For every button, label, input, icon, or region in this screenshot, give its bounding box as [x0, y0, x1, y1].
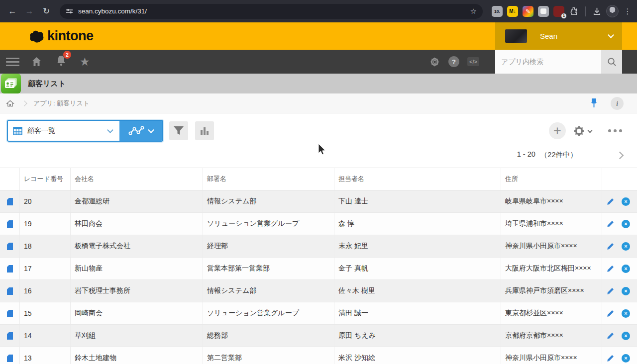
cell-record-no[interactable]: 13	[20, 347, 71, 364]
download-icon[interactable]	[592, 6, 602, 16]
header-record-no[interactable]: レコード番号	[20, 168, 71, 190]
code-icon[interactable]: </>	[467, 57, 479, 66]
chart-button[interactable]	[195, 121, 214, 140]
browser-back-button[interactable]: ←	[5, 4, 20, 19]
next-page-button[interactable]	[614, 149, 626, 161]
cell-record-no[interactable]: 17	[20, 258, 71, 279]
table-row[interactable]: 20 金都運総研 情報システム部 下山 達士 岐阜県岐阜市×××× ×	[0, 190, 637, 213]
pin-button[interactable]	[590, 98, 598, 110]
cell-department: 営業本部第一営業部	[203, 258, 334, 279]
notifications-button[interactable]: 2	[56, 55, 67, 69]
line-chart-icon	[128, 125, 144, 136]
settings-gear-icon[interactable]	[429, 56, 440, 68]
table-row[interactable]: 18 板橋電子株式会社 経理部 末永 妃里 神奈川県小田原市×××× ×	[0, 235, 637, 258]
edit-pencil-icon[interactable]	[606, 197, 615, 206]
hamburger-menu-icon[interactable]	[6, 58, 19, 66]
url-text[interactable]: sean.cybozu.com/k/31/	[78, 7, 147, 15]
table-body: 20 金都運総研 情報システム部 下山 達士 岐阜県岐阜市×××× × 19 林…	[0, 190, 637, 364]
extension-pencil-icon[interactable]: ✎	[523, 6, 533, 17]
table-row[interactable]: 13 鈴木土地建物 第二営業部 米沢 沙知絵 神奈川県小田原市×××× ×	[0, 347, 637, 364]
app-title: 顧客リスト	[28, 79, 66, 89]
table-row[interactable]: 16 岩下税理士事務所 情報システム部 佐々木 樹里 兵庫県神戸市須磨区××××…	[0, 280, 637, 302]
add-record-button[interactable]: +	[549, 122, 566, 139]
header-address[interactable]: 住所	[501, 168, 602, 190]
header-person[interactable]: 担当者名	[334, 168, 501, 190]
kintone-logo-text: kintone	[47, 28, 94, 44]
breadcrumb-home-icon[interactable]	[6, 99, 14, 107]
more-options-button[interactable]	[608, 129, 622, 132]
cell-record-no[interactable]: 16	[20, 280, 71, 302]
view-chevron-down-icon	[107, 127, 113, 133]
header-company[interactable]: 会社名	[71, 168, 203, 190]
delete-icon[interactable]: ×	[622, 220, 630, 228]
record-icon-cell[interactable]	[0, 347, 20, 364]
cell-person: 森 惇	[334, 213, 501, 235]
cell-record-no[interactable]: 19	[20, 213, 71, 235]
delete-icon[interactable]: ×	[622, 197, 630, 206]
edit-pencil-icon[interactable]	[606, 287, 615, 295]
app-settings-button[interactable]	[573, 125, 592, 137]
table-row[interactable]: 15 岡崎商会 ソリューション営業グループ 清田 誠一 東京都杉並区×××× ×	[0, 302, 637, 325]
info-button[interactable]: i	[611, 97, 624, 110]
help-icon[interactable]: ?	[448, 56, 459, 67]
kintone-logo-icon	[29, 29, 45, 43]
record-icon-cell[interactable]	[0, 302, 20, 324]
edit-pencil-icon[interactable]	[606, 332, 615, 340]
header-department[interactable]: 部署名	[203, 168, 334, 190]
breadcrumb-app-label[interactable]: アプリ: 顧客リスト	[33, 99, 90, 108]
favorites-star-icon[interactable]: ★	[80, 56, 90, 68]
delete-icon[interactable]: ×	[622, 287, 630, 295]
filter-button[interactable]	[169, 121, 188, 140]
delete-icon[interactable]: ×	[622, 309, 630, 318]
record-icon-cell[interactable]	[0, 280, 20, 302]
app-search-input[interactable]	[495, 50, 601, 74]
bookmark-star-icon[interactable]: ☆	[470, 7, 477, 16]
cell-record-no[interactable]: 18	[20, 235, 71, 257]
view-dropdown[interactable]: 顧客一覧	[8, 121, 119, 141]
edit-pencil-icon[interactable]	[606, 265, 615, 273]
delete-icon[interactable]: ×	[622, 265, 630, 273]
extension-markdown-icon[interactable]: M↓	[507, 6, 518, 17]
edit-pencil-icon[interactable]	[606, 220, 615, 228]
cell-record-no[interactable]: 20	[20, 190, 71, 212]
cell-record-no[interactable]: 14	[20, 325, 71, 347]
cell-company: 岡崎商会	[71, 302, 203, 324]
delete-icon[interactable]: ×	[622, 354, 630, 363]
kintone-logo[interactable]: kintone	[29, 28, 94, 44]
edit-pencil-icon[interactable]	[606, 354, 615, 363]
record-icon-cell[interactable]	[0, 190, 20, 212]
address-bar[interactable]: sean.cybozu.com/k/31/ ☆	[60, 4, 483, 19]
cell-address: 東京都杉並区××××	[501, 302, 602, 324]
cell-actions: ×	[602, 258, 637, 279]
contact-card-icon	[4, 77, 18, 90]
record-icon-cell[interactable]	[0, 235, 20, 257]
app-icon[interactable]	[1, 74, 21, 93]
browser-forward-button[interactable]: →	[22, 4, 37, 19]
browser-profile-avatar[interactable]	[606, 5, 619, 17]
delete-icon[interactable]: ×	[622, 332, 630, 340]
table-row[interactable]: 14 草刈組 総務部 原田 ちえみ 京都府京都市×××× ×	[0, 325, 637, 347]
extension-line-icon[interactable]	[538, 6, 549, 17]
extension-ten-icon[interactable]: 10.	[492, 6, 503, 17]
graph-dropdown[interactable]	[119, 121, 162, 141]
extensions-puzzle-icon[interactable]	[569, 6, 579, 16]
table-row[interactable]: 19 林田商会 ソリューション営業グループ 森 惇 埼玉県浦和市×××× ×	[0, 213, 637, 235]
site-settings-icon[interactable]	[66, 7, 73, 15]
home-icon[interactable]	[30, 56, 43, 68]
browser-reload-button[interactable]: ↻	[39, 4, 54, 19]
search-icon	[607, 57, 617, 67]
cell-record-no[interactable]: 15	[20, 302, 71, 324]
edit-pencil-icon[interactable]	[606, 242, 615, 251]
extension-red-icon[interactable]: 1	[553, 6, 564, 17]
delete-icon[interactable]: ×	[622, 242, 630, 251]
extension-badge: 1	[561, 13, 567, 19]
record-icon-cell[interactable]	[0, 213, 20, 235]
browser-menu-icon[interactable]: ⋮	[623, 7, 632, 16]
search-button[interactable]	[601, 50, 622, 74]
table-row[interactable]: 17 新山物産 営業本部第一営業部 金子 真帆 大阪府大阪市北区梅田×××× ×	[0, 258, 637, 280]
cell-address: 神奈川県小田原市××××	[501, 235, 602, 257]
record-icon-cell[interactable]	[0, 325, 20, 347]
record-icon-cell[interactable]	[0, 258, 20, 279]
edit-pencil-icon[interactable]	[606, 309, 615, 318]
user-menu[interactable]: Sean	[495, 22, 622, 50]
